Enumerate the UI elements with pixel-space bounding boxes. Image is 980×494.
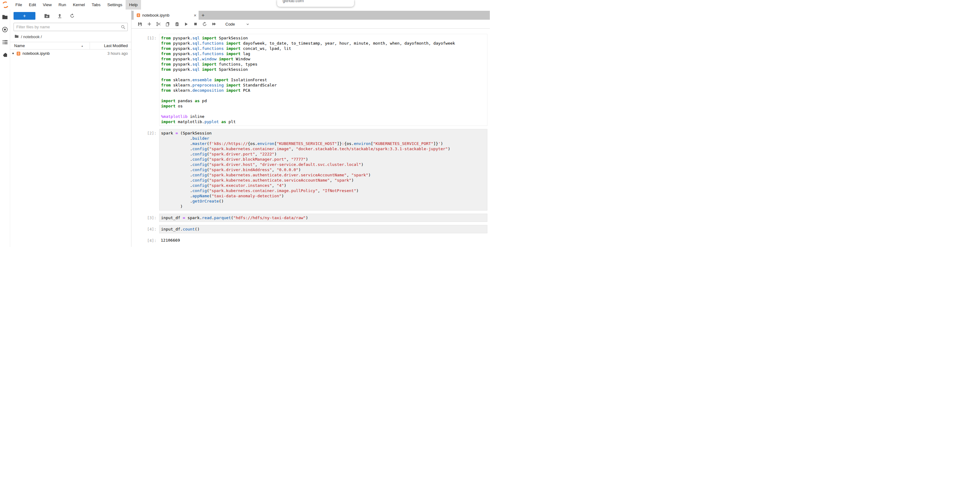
notebook-toolbar: Code	[132, 20, 490, 29]
restart-kernel-icon[interactable]	[201, 21, 208, 27]
jupyter-logo-icon	[2, 1, 9, 9]
browser-popup: github.com	[277, 0, 354, 7]
filter-files-input[interactable]	[14, 23, 128, 31]
column-last-modified[interactable]: Last Modified	[104, 43, 131, 48]
output-text: 12106669	[161, 238, 486, 243]
chevron-down-icon	[246, 22, 250, 26]
stop-icon[interactable]	[192, 21, 199, 27]
tab-notebook[interactable]: notebook.ipynb ×	[134, 11, 199, 20]
output-prompt: [4]:	[132, 237, 159, 244]
menubar: File Edit View Run Kernel Tabs Settings …	[0, 0, 490, 10]
paste-icon[interactable]	[173, 21, 180, 27]
execution-prompt: [3]:	[132, 214, 159, 222]
notebook-cells: [1]:from pyspark.sql import SparkSession…	[132, 29, 490, 247]
new-folder-icon[interactable]	[41, 12, 53, 20]
cell-editor[interactable]: from pyspark.sql import SparkSession fro…	[159, 34, 487, 126]
activity-bar	[0, 10, 10, 247]
code-cell[interactable]: [2]:spark = (SparkSession .builder .mast…	[132, 129, 490, 211]
upload-icon[interactable]	[53, 12, 66, 20]
code-cell[interactable]: [1]:from pyspark.sql import SparkSession…	[132, 34, 490, 126]
refresh-icon[interactable]	[66, 12, 78, 20]
execution-prompt: [2]:	[132, 129, 159, 211]
cell-code: spark = (SparkSession .builder .master(f…	[161, 130, 485, 209]
cell-code: input_df.count()	[161, 227, 485, 232]
breadcrumb[interactable]: / notebook /	[10, 31, 131, 42]
cell-code: from pyspark.sql import SparkSession fro…	[161, 35, 485, 124]
new-tab-button[interactable]: +	[199, 11, 207, 20]
notebook-tab-icon	[137, 13, 140, 17]
breadcrumb-path: / notebook /	[21, 35, 42, 39]
cell-editor[interactable]: input_df = spark.read.parquet("hdfs://hd…	[159, 214, 487, 222]
running-terminals-icon[interactable]	[1, 26, 9, 33]
extensions-icon[interactable]	[1, 51, 9, 59]
popup-text: github.com	[277, 0, 354, 4]
menu-settings[interactable]: Settings	[104, 0, 126, 10]
code-cell[interactable]: [4]:input_df.count()	[132, 225, 490, 233]
cell-code: input_df = spark.read.parquet("hdfs://hd…	[161, 215, 485, 220]
menu-help[interactable]: Help	[126, 0, 141, 10]
menu-kernel[interactable]: Kernel	[70, 0, 88, 10]
search-icon	[121, 25, 126, 31]
column-name[interactable]: Name	[10, 43, 25, 48]
tab-label: notebook.ipynb	[142, 13, 169, 17]
menu-tabs[interactable]: Tabs	[88, 0, 104, 10]
notebook-file-icon	[16, 51, 21, 56]
execution-prompt: [4]:	[132, 225, 159, 233]
insert-cell-icon[interactable]	[146, 21, 153, 27]
file-list-header: Name ▲ Last Modified	[10, 42, 131, 49]
plus-icon: +	[23, 14, 26, 19]
sort-ascending-icon[interactable]: ▲	[81, 44, 83, 48]
tab-bar: notebook.ipynb × +	[132, 11, 490, 20]
close-tab-icon[interactable]: ×	[194, 13, 196, 17]
file-row[interactable]: notebook.ipynb 3 hours ago	[10, 49, 131, 57]
new-launcher-button[interactable]: +	[14, 12, 35, 20]
cell-output-area: 12106669	[159, 237, 487, 244]
run-icon[interactable]	[183, 21, 189, 27]
menu-run[interactable]: Run	[55, 0, 70, 10]
menu-view[interactable]: View	[40, 0, 55, 10]
files-icon[interactable]	[1, 13, 9, 21]
menu-file[interactable]: File	[12, 0, 25, 10]
file-browser: + / notebook / Name ▲	[10, 10, 132, 247]
cell-editor[interactable]: input_df.count()	[159, 225, 487, 233]
code-cell[interactable]: [3]:input_df = spark.read.parquet("hdfs:…	[132, 214, 490, 222]
copy-icon[interactable]	[164, 21, 171, 27]
output-cell[interactable]: [4]:12106669	[132, 237, 490, 244]
execution-prompt: [1]:	[132, 34, 159, 126]
table-of-contents-icon[interactable]	[1, 38, 9, 46]
folder-icon	[14, 35, 19, 39]
running-indicator-icon	[12, 52, 14, 54]
file-modified: 3 hours ago	[107, 51, 131, 56]
run-all-icon[interactable]	[211, 21, 217, 27]
file-name: notebook.ipynb	[22, 51, 49, 56]
file-browser-toolbar: +	[10, 10, 131, 21]
cell-type-dropdown[interactable]: Code	[224, 21, 251, 27]
save-icon[interactable]	[137, 21, 143, 27]
cell-editor[interactable]: spark = (SparkSession .builder .master(f…	[159, 129, 487, 211]
menu-edit[interactable]: Edit	[25, 0, 40, 10]
cell-type-value: Code	[225, 22, 235, 27]
cut-icon[interactable]	[155, 21, 162, 27]
